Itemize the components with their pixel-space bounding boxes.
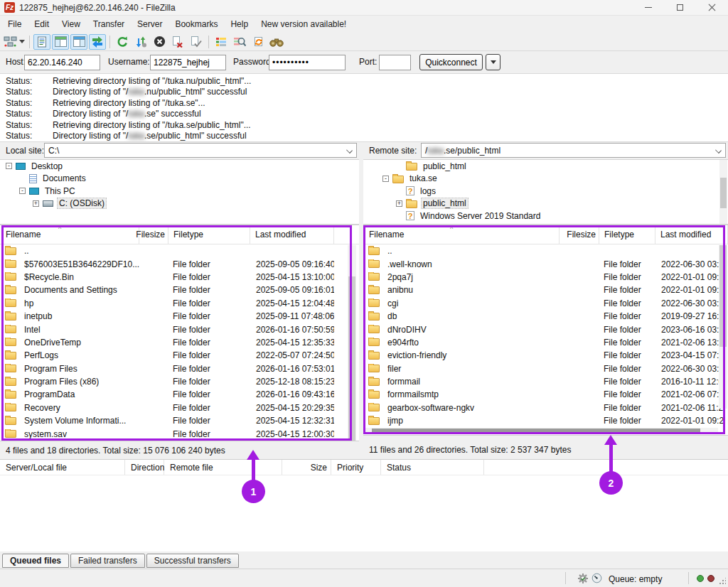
local-file-row[interactable]: $576003E51B3646229DF10...File folder2025… <box>0 257 359 270</box>
local-tree-item-this-pc[interactable]: -This PC <box>0 185 359 198</box>
queue-column-header-status[interactable]: Status <box>381 460 484 475</box>
queue-column-header-remote-file[interactable]: Remote file <box>164 460 282 475</box>
queue-settings-gear-icon[interactable] <box>577 573 589 586</box>
menu-item-help[interactable]: Help <box>224 17 255 31</box>
quickconnect-dropdown-icon[interactable] <box>486 54 500 70</box>
remote-list-scrollbar[interactable] <box>719 245 727 409</box>
remote-column-header-filetype[interactable]: Filetype <box>599 225 655 244</box>
local-file-row[interactable]: System Volume Informati...File folder202… <box>0 414 359 427</box>
local-column-header-filename[interactable]: Filename^ <box>0 225 139 244</box>
disconnect-icon[interactable] <box>169 34 186 50</box>
local-column-header-last-modified[interactable]: Last modified <box>250 225 334 244</box>
remote-file-row[interactable]: anibnuFile folder2022-01-01 09:2 <box>363 284 728 296</box>
remote-list-hscrollbar[interactable] <box>365 428 718 433</box>
synchronized-browsing-icon[interactable] <box>250 34 267 50</box>
filter-icon[interactable] <box>213 34 230 50</box>
tab-queued-files[interactable]: Queued files <box>2 554 69 568</box>
menu-item-transfer[interactable]: Transfer <box>87 17 131 31</box>
quickconnect-button[interactable]: Quickconnect <box>419 54 483 70</box>
close-icon[interactable] <box>696 0 728 16</box>
remote-tree-scrollbar[interactable] <box>719 160 727 224</box>
local-file-row[interactable]: $Recycle.BinFile folder2025-04-15 13:10:… <box>0 271 359 284</box>
local-tree-item-desktop[interactable]: -Desktop <box>0 160 359 173</box>
remote-file-row[interactable]: filerFile folder2022-06-30 03:3 <box>363 362 728 375</box>
remote-file-row[interactable]: .well-knownFile folder2022-06-30 03:3 <box>363 257 728 270</box>
local-file-row[interactable]: inetpubFile folder2025-09-11 07:48:06 <box>0 310 359 323</box>
password-input[interactable] <box>269 55 346 70</box>
tab-successful-transfers[interactable]: Successful transfers <box>146 554 239 568</box>
toggle-log-icon[interactable] <box>33 34 50 50</box>
toggle-queue-icon[interactable] <box>89 34 106 50</box>
remote-file-row[interactable]: gearbox-software-ngkvFile folder2021-02-… <box>363 402 728 414</box>
reconnect-icon[interactable] <box>188 34 205 50</box>
tab-failed-transfers[interactable]: Failed transfers <box>70 554 145 568</box>
minimize-icon[interactable] <box>632 0 664 16</box>
scrollbar-thumb[interactable] <box>372 429 700 433</box>
toggle-local-tree-icon[interactable] <box>52 34 69 50</box>
queue-column-header-server-local-file[interactable]: Server/Local file <box>0 460 125 475</box>
queue-column-header-priority[interactable]: Priority <box>331 460 381 475</box>
remote-tree-item-public-html[interactable]: +public_html <box>363 198 728 210</box>
local-tree-item-documents[interactable]: Documents <box>0 173 359 185</box>
collapse-icon[interactable]: - <box>19 188 26 194</box>
queue-column-header-direction[interactable]: Direction <box>125 460 164 475</box>
cancel-icon[interactable] <box>151 34 168 50</box>
scrollbar-thumb[interactable] <box>720 178 727 208</box>
local-file-row[interactable]: ProgramDataFile folder2026-01-16 09:43:1… <box>0 388 359 401</box>
menu-item-new-version-available[interactable]: New version available! <box>255 17 353 31</box>
collapse-icon[interactable]: - <box>382 176 389 182</box>
remote-file-row[interactable]: ijmpFile folder2022-01-01 09:2 <box>363 414 728 427</box>
remote-column-header-last-modified[interactable]: Last modified <box>655 225 728 244</box>
remote-column-header-filename[interactable]: Filename^ <box>363 225 560 244</box>
username-input[interactable] <box>150 55 226 70</box>
remote-file-row[interactable]: dbFile folder2019-09-27 16:0 <box>363 310 728 323</box>
remote-file-row[interactable]: dNroDIHVFile folder2023-06-16 03:1 <box>363 323 728 335</box>
local-file-row[interactable]: .. <box>0 244 359 257</box>
remote-tree-item-windows-server-2019-standard[interactable]: ?Windows Server 2019 Standard <box>363 210 728 222</box>
compare-icon[interactable] <box>231 34 248 50</box>
port-input[interactable] <box>379 55 411 70</box>
find-files-icon[interactable] <box>268 34 285 50</box>
expand-icon[interactable]: + <box>33 200 39 207</box>
local-file-row[interactable]: hpFile folder2025-04-15 12:04:48 <box>0 297 359 310</box>
toggle-remote-tree-icon[interactable] <box>70 34 87 50</box>
scrollbar-thumb[interactable] <box>348 276 355 441</box>
host-input[interactable] <box>24 55 100 70</box>
remote-site-combobox[interactable]: /tuka.se/public_html <box>421 143 726 158</box>
remote-file-row[interactable]: e904rftoFile folder2021-02-06 13:5 <box>363 336 728 349</box>
resize-grip[interactable] <box>719 578 726 585</box>
local-file-row[interactable]: IntelFile folder2026-01-16 07:50:59 <box>0 323 359 335</box>
remote-file-row[interactable]: eviction-friendlyFile folder2023-04-15 0… <box>363 349 728 362</box>
local-column-header-filetype[interactable]: Filetype <box>168 225 250 244</box>
scrollbar-thumb[interactable] <box>719 245 727 347</box>
local-file-row[interactable]: Documents and SettingsFile folder2025-09… <box>0 284 359 296</box>
remote-file-row[interactable]: cgiFile folder2022-06-30 03:3 <box>363 297 728 310</box>
local-file-row[interactable]: Program FilesFile folder2026-01-16 07:53… <box>0 362 359 375</box>
local-file-row[interactable]: OneDriveTempFile folder2025-04-15 12:35:… <box>0 336 359 349</box>
local-column-header-filesize[interactable]: Filesize <box>139 225 168 244</box>
speed-limits-icon[interactable] <box>592 573 602 586</box>
local-site-combobox[interactable]: C:\ <box>44 143 357 158</box>
menu-item-bookmarks[interactable]: Bookmarks <box>168 17 224 31</box>
remote-tree-item-logs[interactable]: ?logs <box>363 185 728 198</box>
local-file-row[interactable]: Program Files (x86)File folder2025-12-18… <box>0 375 359 388</box>
local-file-row[interactable]: RecoveryFile folder2025-04-15 20:29:35 <box>0 402 359 414</box>
remote-file-row[interactable]: formmailFile folder2016-10-11 12:0 <box>363 375 728 388</box>
menu-item-server[interactable]: Server <box>131 17 168 31</box>
local-file-row[interactable]: PerfLogsFile folder2022-05-07 07:24:50 <box>0 349 359 362</box>
remote-column-header-filesize[interactable]: Filesize <box>560 225 599 244</box>
menu-item-view[interactable]: View <box>55 17 87 31</box>
process-queue-icon[interactable] <box>132 34 149 50</box>
maximize-icon[interactable] <box>664 0 696 16</box>
remote-tree-item-tuka-se[interactable]: -tuka.se <box>363 173 728 185</box>
local-file-row[interactable]: system.savFile folder2025-04-15 12:00:30 <box>0 427 359 440</box>
queue-column-header-size[interactable]: Size <box>282 460 331 475</box>
collapse-icon[interactable]: - <box>6 163 12 169</box>
menu-item-edit[interactable]: Edit <box>28 17 55 31</box>
remote-tree-item-public-html[interactable]: public_html <box>363 160 728 173</box>
local-tree-item-c-osdisk[interactable]: +C: (OSDisk) <box>0 198 359 210</box>
expand-icon[interactable]: + <box>396 200 402 207</box>
remote-file-row[interactable]: 2pqa7jFile folder2022-01-01 09:2 <box>363 271 728 284</box>
refresh-icon[interactable] <box>114 34 131 50</box>
local-list-scrollbar[interactable] <box>348 245 356 441</box>
